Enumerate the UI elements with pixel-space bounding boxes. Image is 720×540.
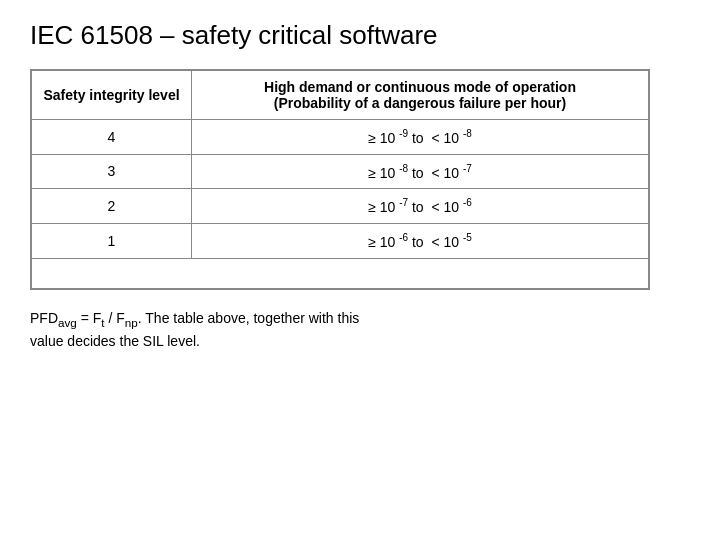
footer-text: PFDavg = Ft / Fnp. The table above, toge… [30,308,690,352]
range-cell: ≥ 10 -6 to < 10 -5 [192,223,649,258]
level-cell: 4 [32,120,192,155]
level-cell: 3 [32,154,192,189]
range-cell: ≥ 10 -9 to < 10 -8 [192,120,649,155]
table-row: 1 ≥ 10 -6 to < 10 -5 [32,223,649,258]
level-cell: 1 [32,223,192,258]
range-cell: ≥ 10 -7 to < 10 -6 [192,189,649,224]
data-table: Safety integrity level High demand or co… [30,69,650,290]
col2-header: High demand or continuous mode of operat… [192,71,649,120]
table-row: 3 ≥ 10 -8 to < 10 -7 [32,154,649,189]
table-row: 2 ≥ 10 -7 to < 10 -6 [32,189,649,224]
col1-header: Safety integrity level [32,71,192,120]
page-title: IEC 61508 – safety critical software [30,20,690,51]
level-cell: 2 [32,189,192,224]
empty-row [32,258,649,288]
range-cell: ≥ 10 -8 to < 10 -7 [192,154,649,189]
table-row: 4 ≥ 10 -9 to < 10 -8 [32,120,649,155]
